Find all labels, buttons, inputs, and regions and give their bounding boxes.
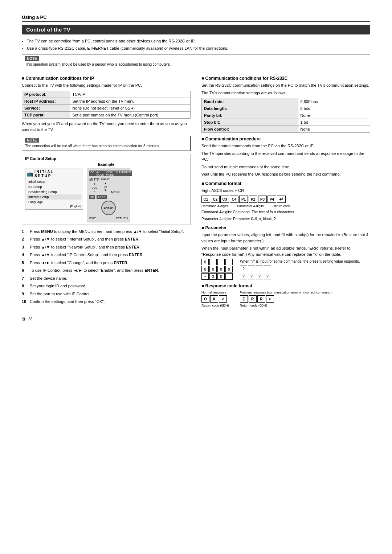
response-format-box: Normal response O K ↵ Return code (0DH) … <box>201 291 370 307</box>
param-row-3: − 3 0 <box>201 273 233 280</box>
cmd-p2: P2 <box>249 196 257 203</box>
comm-rs232c-desc1: Set the RS-232C communication settings o… <box>201 82 370 89</box>
bullet-1: The TV can be controlled from a PC, cont… <box>27 38 370 44</box>
p1-c1: 0 <box>201 259 209 265</box>
p1-c4 <box>225 259 233 265</box>
3d-btn[interactable]: 3D <box>89 195 95 199</box>
table-row: IP protocol: TCP/IP <box>22 91 191 98</box>
step-8: 8 Set your login ID and password. <box>22 283 191 289</box>
remote-exit-return: EXIT RETURN <box>89 217 128 220</box>
p3-c1: − <box>201 273 209 280</box>
intro-bullets: The TV can be controlled from a PC, cont… <box>22 38 370 51</box>
step-1: 1 Press MENU to display the MENU screen,… <box>22 229 191 235</box>
ip-control-title: IP Control Setup <box>25 156 187 161</box>
section-heading: Using a PC <box>22 15 370 22</box>
q1-c3 <box>256 266 263 272</box>
mute-btn[interactable]: MUTE <box>89 178 99 182</box>
parameter-title: Parameter <box>201 225 370 230</box>
page-title: Control of the TV <box>22 25 370 34</box>
q1-c4 <box>264 266 271 272</box>
vol-up-btn[interactable]: + <box>93 182 95 186</box>
bullet-2: Use a cross-type RS-232C cable, ETHERNET… <box>27 45 370 52</box>
ip-control-box: IP Control Setup Example 📺 I N I T I A L… <box>22 154 191 225</box>
ch-down[interactable]: ▼ <box>104 189 107 192</box>
vol-down-btn[interactable]: − <box>93 189 95 194</box>
resp-r1: R <box>249 295 257 303</box>
ch-label: CH <box>104 186 107 188</box>
tcp-port-val: Set a port number on the TV menu (Contro… <box>70 111 191 118</box>
step-3: 3 Press ▲/▼ to select "Network Setup", a… <box>22 244 191 250</box>
menu-item-internet: Internet Setup <box>27 194 81 200</box>
ip-settings-table: IP protocol: TCP/IP Host IP address: Set… <box>22 91 191 119</box>
param-when-note: When "?" is input for some commands, the… <box>240 259 370 264</box>
q2-c1: ? <box>240 273 247 279</box>
command-cells-row: C1 C2 C3 C4 P1 P2 P3 P4 ↵ <box>201 196 370 203</box>
q2-c2: ? <box>248 273 255 279</box>
resp-k: K <box>210 295 218 303</box>
enter-btn[interactable]: ENTER <box>101 201 116 215</box>
cmd-label-left: Command 4-digits <box>201 204 237 208</box>
data-length-key: Data length: <box>202 105 298 112</box>
avmode-btn: AV MODE <box>95 171 105 176</box>
p1-c2 <box>209 259 217 265</box>
command-format-title: Command format <box>201 181 370 186</box>
table-row: Stop bit: 1 bit <box>202 119 370 126</box>
step-2: 2 Press ▲/▼ to select "Internet Setup", … <box>22 236 191 242</box>
cmd-c3: C3 <box>220 196 229 203</box>
resp-normal-label: Normal response <box>201 291 226 294</box>
input-btn[interactable]: INPUT <box>101 178 110 181</box>
cc-btn: CC <box>89 171 95 176</box>
viewmode-btn: VIEW MODE <box>105 171 115 176</box>
table-row: TCP port#: Set a port number on the TV m… <box>22 111 191 118</box>
cmd-note1: Command 4-digits: Command. The text of f… <box>201 209 370 215</box>
p3-c4 <box>225 273 233 280</box>
cmd-p4: P4 <box>268 196 276 203</box>
rs232c-settings-table: Baud rate: 9,600 bps Data length: 8 bits… <box>201 98 370 133</box>
step-6: 6 To use IP Control, press ◄/► to select… <box>22 267 191 274</box>
note-box-1: NOTE This operation system should be use… <box>22 54 370 69</box>
resp-problem-return-label: Return code (0DH) <box>240 304 268 307</box>
comm-ip-title: Communication conditions for IP <box>22 76 191 81</box>
note-text-2: The connection will be cut off when ther… <box>25 144 187 149</box>
host-ip-key: Host IP address: <box>22 98 70 104</box>
host-ip-val: Set the IP address on the TV menu <box>70 98 191 104</box>
cmd-c4: C4 <box>230 196 238 203</box>
resp-problem-label: Problem response (communication error or… <box>240 291 332 294</box>
service-val: None (Do not select Telnet or SSH) <box>70 104 191 111</box>
example-label: Example <box>25 162 187 167</box>
apps-btn[interactable]: APPS <box>97 195 106 199</box>
stop-bit-val: 1 bit <box>298 119 370 126</box>
ch-up[interactable]: ▲ <box>104 182 107 185</box>
two-col-layout: Communication conditions for IP Connect … <box>22 72 370 309</box>
table-row: Service: None (Do not select Telnet or S… <box>22 104 191 111</box>
menu-item-broadcast: Broadcasting Setup <box>27 189 81 194</box>
param-examples-grid: 0 0 0 0 9 − 3 0 <box>201 259 233 280</box>
return-btn[interactable]: RETURN <box>116 217 128 220</box>
parity-val: None <box>298 112 370 119</box>
comm-rs232c-desc2: The TV's communication settings are as f… <box>201 90 370 96</box>
param-examples-section: 0 0 0 0 9 − 3 0 <box>201 259 370 280</box>
ip-proto-key: IP protocol: <box>22 91 70 98</box>
note-text-1: This operation system should be used by … <box>25 62 367 67</box>
table-row: Baud rate: 9,600 bps <box>202 98 370 105</box>
steps-list: 1 Press MENU to display the MENU screen,… <box>22 229 191 305</box>
cmd-p3: P3 <box>258 196 267 203</box>
vol-label: VOL <box>91 186 97 189</box>
menu-btn-remote[interactable]: MENU <box>111 190 120 194</box>
comm-procedure-title: Communication procedure <box>201 136 370 141</box>
resp-r2: R <box>257 295 265 303</box>
exit-btn[interactable]: EXIT <box>89 217 96 220</box>
comm-ip-desc: Connect to the TV with the following set… <box>22 82 191 89</box>
step-4: 4 Press ▲/▼ to select "IP Control Setup"… <box>22 252 191 258</box>
tv-setup-image: 📺 I N I T I A L S E T U P Initial Setup … <box>25 168 187 222</box>
right-column: Communication conditions for RS-232C Set… <box>201 72 370 309</box>
ip-proto-val: TCP/IP <box>70 91 191 98</box>
p3-c2: 3 <box>209 273 217 280</box>
id-password-note: When you set your ID and password on the… <box>22 121 191 133</box>
flashback-btn: FLASHBACK <box>115 171 132 176</box>
service-key: Service: <box>22 104 70 111</box>
remote-mid-row: MUTE + VOL − INPUT ▲ CH ▼ MEN <box>89 178 128 194</box>
resp-o: O <box>201 295 209 303</box>
baud-rate-key: Baud rate: <box>202 98 298 105</box>
tcp-port-key: TCP port#: <box>22 111 70 118</box>
